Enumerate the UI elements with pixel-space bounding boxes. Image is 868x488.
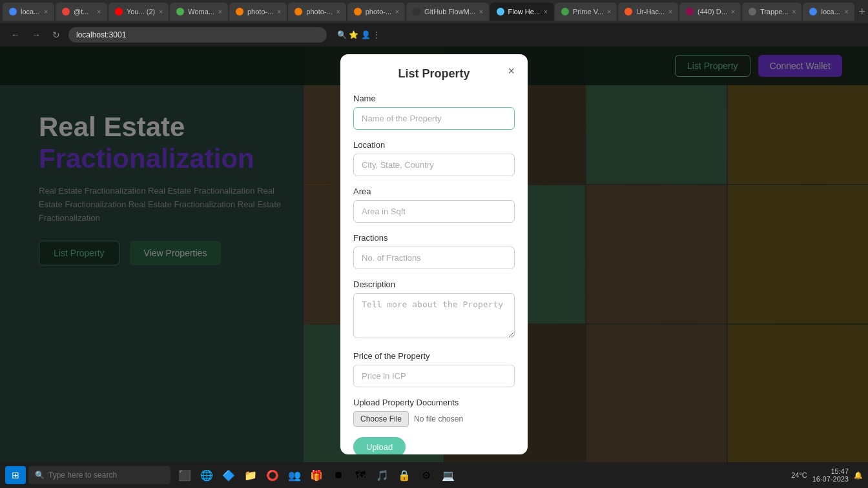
tab-loca1[interactable]: loca... × — [3, 3, 54, 21]
date-display: 16-07-2023 — [812, 475, 849, 483]
modal-title: List Property — [398, 67, 470, 81]
modal-close-button[interactable]: × — [508, 65, 515, 78]
tab-close-7[interactable]: × — [395, 8, 399, 15]
choose-file-button[interactable]: Choose File — [353, 411, 409, 427]
browser-chrome: loca... × @t... × You... (2) × Woma... ×… — [0, 0, 868, 46]
tab-flow-active[interactable]: Flow He... × — [490, 3, 553, 21]
spotify-icon[interactable]: 🎵 — [373, 466, 391, 484]
modal-overlay: List Property × Name Location Area Fract… — [0, 46, 868, 462]
opera-icon[interactable]: ⭕ — [264, 466, 282, 484]
tab-close-11[interactable]: × — [668, 8, 672, 15]
area-label: Area — [353, 187, 515, 196]
search-icon: 🔍 — [35, 471, 45, 480]
location-label: Location — [353, 140, 515, 150]
page-background: List Property Connect Wallet Real Estate… — [0, 46, 868, 462]
vscode-icon[interactable]: 💻 — [439, 466, 457, 484]
taskbar: ⊞ 🔍 ⬛ 🌐 🔷 📁 ⭕ 👥 🎁 ⏺ 🗺 🎵 🔒 ⚙ 💻 24°C 15:47… — [0, 462, 868, 488]
taskbar-right: 24°C 15:47 16-07-2023 🔔 — [791, 467, 863, 483]
tab-youtube[interactable]: You... (2) × — [108, 3, 169, 21]
tab-close-14[interactable]: × — [845, 8, 849, 15]
vpn-icon[interactable]: 🔒 — [395, 466, 413, 484]
name-input[interactable] — [353, 107, 515, 130]
tab-photo3[interactable]: photo-... × — [347, 3, 405, 21]
form-group-fractions: Fractions — [353, 233, 515, 269]
form-group-area: Area — [353, 187, 515, 223]
time-display: 15:47 — [812, 467, 849, 475]
tab-woma[interactable]: Woma... × — [170, 3, 228, 21]
reload-button[interactable]: ↻ — [49, 28, 63, 41]
price-label: Price of the Property — [353, 351, 515, 361]
description-textarea[interactable] — [353, 293, 515, 338]
taskbar-search-container[interactable]: 🔍 — [28, 466, 170, 484]
list-property-modal: List Property × Name Location Area Fract… — [340, 54, 528, 454]
tab-github[interactable]: GitHub FlowM... × — [406, 3, 488, 21]
tab-prime[interactable]: Prime V... × — [555, 3, 617, 21]
tab-440[interactable]: (440) D... × — [679, 3, 741, 21]
settings-icon[interactable]: ⚙ — [417, 466, 435, 484]
tab-close-13[interactable]: × — [792, 8, 796, 15]
form-group-location: Location — [353, 140, 515, 176]
gift-icon[interactable]: 🎁 — [307, 466, 326, 484]
back-button[interactable]: ← — [8, 28, 23, 41]
chrome-icon[interactable]: 🌐 — [198, 466, 216, 484]
no-file-text: No file chosen — [414, 414, 463, 423]
upload-button[interactable]: Upload — [353, 437, 406, 454]
tab-t[interactable]: @t... × — [56, 3, 107, 21]
tab-bar: loca... × @t... × You... (2) × Woma... ×… — [0, 0, 868, 23]
address-bar: ← → ↻ 🔍 ⭐ 👤 ⋮ — [0, 23, 868, 46]
taskbar-icons: ⬛ 🌐 🔷 📁 ⭕ 👥 🎁 ⏺ 🗺 🎵 🔒 ⚙ 💻 — [176, 466, 457, 484]
area-input[interactable] — [353, 200, 515, 223]
tab-close-3[interactable]: × — [159, 8, 163, 15]
tab-close-5[interactable]: × — [277, 8, 281, 15]
tab-photo1[interactable]: photo-... × — [229, 3, 287, 21]
name-label: Name — [353, 94, 515, 103]
tab-close-9[interactable]: × — [544, 8, 548, 15]
start-button[interactable]: ⊞ — [5, 466, 26, 484]
tab-close-10[interactable]: × — [607, 8, 611, 15]
forward-button[interactable]: → — [28, 28, 44, 41]
tab-close-8[interactable]: × — [479, 8, 483, 15]
tab-close-4[interactable]: × — [218, 8, 222, 15]
upload-label: Upload Property Documents — [353, 398, 515, 407]
new-tab-button[interactable]: + — [858, 5, 865, 19]
form-group-description: Description — [353, 280, 515, 341]
tab-trapped[interactable]: Trappe... × — [742, 3, 802, 21]
extensions-area: 🔍 ⭐ 👤 ⋮ — [337, 30, 380, 39]
price-input[interactable] — [353, 365, 515, 387]
teams-icon[interactable]: 👥 — [285, 466, 304, 484]
form-group-name: Name — [353, 94, 515, 130]
edge-icon[interactable]: 🔷 — [220, 466, 238, 484]
task-view-icon[interactable]: ⬛ — [176, 466, 194, 484]
address-input[interactable] — [68, 27, 327, 43]
tab-close-6[interactable]: × — [336, 8, 340, 15]
tab-close-2[interactable]: × — [97, 8, 101, 15]
taskbar-search-input[interactable] — [48, 471, 164, 480]
tab-loca2[interactable]: loca... × — [803, 3, 854, 21]
location-input[interactable] — [353, 154, 515, 176]
file-input-row: Choose File No file chosen — [353, 411, 515, 427]
upload-section: Upload Property Documents Choose File No… — [353, 398, 515, 427]
notification-icon[interactable]: 🔔 — [854, 471, 863, 480]
tab-close-12[interactable]: × — [731, 8, 735, 15]
tab-urhac[interactable]: Ur-Hac... × — [618, 3, 678, 21]
file-explorer-icon[interactable]: 📁 — [242, 466, 260, 484]
description-label: Description — [353, 280, 515, 289]
fractions-input[interactable] — [353, 247, 515, 269]
tab-photo2[interactable]: photo-... × — [288, 3, 346, 21]
tab-close[interactable]: × — [44, 8, 48, 15]
temperature-display: 24°C — [791, 471, 807, 479]
fractions-label: Fractions — [353, 233, 515, 243]
obs-icon[interactable]: ⏺ — [329, 466, 347, 484]
modal-header: List Property × — [353, 67, 515, 81]
maps-icon[interactable]: 🗺 — [351, 466, 369, 484]
form-group-price: Price of the Property — [353, 351, 515, 387]
taskbar-time: 15:47 16-07-2023 — [812, 467, 849, 483]
